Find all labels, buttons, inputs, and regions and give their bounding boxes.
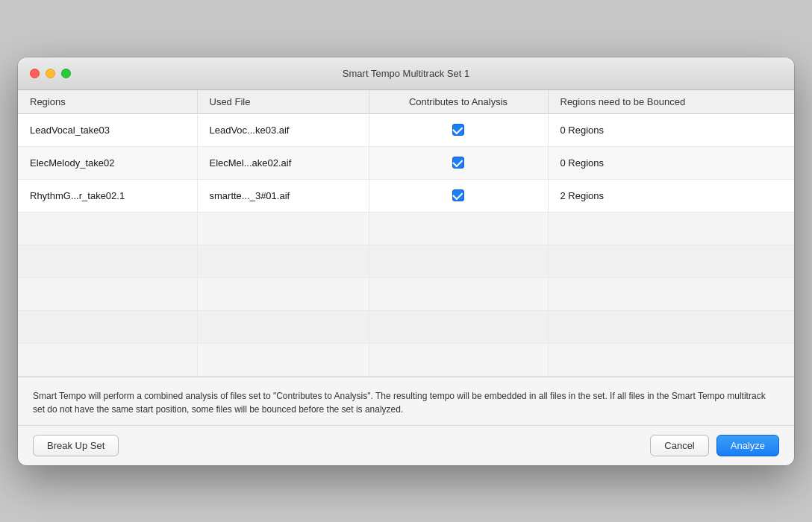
cell-empty (369, 343, 548, 376)
table-row: ElecMelody_take02ElecMel...ake02.aif0 Re… (18, 146, 794, 179)
minimize-button[interactable] (46, 69, 55, 78)
break-up-set-button[interactable]: Break Up Set (33, 435, 119, 456)
right-buttons: Cancel Analyze (650, 435, 779, 456)
cell-empty (548, 212, 794, 245)
footer-info: Smart Tempo will perform a combined anal… (18, 377, 794, 425)
cell-contributes[interactable] (369, 179, 548, 212)
table-header-row: Regions Used File Contributes to Analysi… (18, 90, 794, 114)
checkbox-contributes[interactable] (381, 124, 536, 136)
cell-empty (369, 212, 548, 245)
table-row-empty (18, 212, 794, 245)
cell-empty (18, 277, 197, 310)
checkbox-checked-icon (452, 157, 464, 169)
cell-empty (18, 343, 197, 376)
cell-empty (197, 310, 369, 343)
cell-empty (197, 212, 369, 245)
cell-empty (369, 245, 548, 277)
table-row-empty (18, 245, 794, 277)
cell-empty (548, 245, 794, 277)
col-header-used-file: Used File (197, 90, 369, 114)
table-row-empty (18, 343, 794, 376)
cell-contributes[interactable] (369, 113, 548, 146)
checkbox-contributes[interactable] (381, 189, 536, 201)
close-button[interactable] (30, 69, 40, 78)
table-row-empty (18, 277, 794, 310)
checkbox-checked-icon (452, 189, 464, 201)
traffic-lights (30, 69, 71, 78)
cell-bounce: 0 Regions (548, 113, 794, 146)
cell-region: LeadVocal_take03 (18, 113, 197, 146)
window-title: Smart Tempo Multitrack Set 1 (343, 68, 469, 79)
checkbox-contributes[interactable] (381, 157, 536, 169)
table-row: RhythmG...r_take02.1smartte..._3#01.aif2… (18, 179, 794, 212)
analyze-button[interactable]: Analyze (716, 435, 779, 456)
cell-empty (18, 212, 197, 245)
cell-region: RhythmG...r_take02.1 (18, 179, 197, 212)
checkbox-checked-icon (452, 124, 464, 136)
cell-empty (197, 245, 369, 277)
table-container: Regions Used File Contributes to Analysi… (18, 90, 794, 377)
cancel-button[interactable]: Cancel (650, 435, 708, 456)
footer-text: Smart Tempo will perform a combined anal… (33, 391, 766, 415)
cell-bounce: 2 Regions (548, 179, 794, 212)
button-bar: Break Up Set Cancel Analyze (18, 425, 794, 465)
cell-region: ElecMelody_take02 (18, 146, 197, 179)
cell-empty (18, 245, 197, 277)
cell-empty (369, 277, 548, 310)
cell-empty (197, 277, 369, 310)
multitrack-table: Regions Used File Contributes to Analysi… (18, 90, 794, 377)
titlebar: Smart Tempo Multitrack Set 1 (18, 57, 794, 90)
table-row-empty (18, 310, 794, 343)
cell-empty (18, 310, 197, 343)
cell-empty (197, 343, 369, 376)
cell-empty (548, 310, 794, 343)
col-header-contributes: Contributes to Analysis (369, 90, 548, 114)
cell-empty (548, 277, 794, 310)
cell-empty (548, 343, 794, 376)
maximize-button[interactable] (61, 69, 71, 78)
cell-file: smartte..._3#01.aif (197, 179, 369, 212)
cell-file: ElecMel...ake02.aif (197, 146, 369, 179)
table-row: LeadVocal_take03LeadVoc...ke03.aif0 Regi… (18, 113, 794, 146)
cell-contributes[interactable] (369, 146, 548, 179)
cell-file: LeadVoc...ke03.aif (197, 113, 369, 146)
cell-bounce: 0 Regions (548, 146, 794, 179)
main-window: Smart Tempo Multitrack Set 1 Regions Use… (18, 57, 794, 465)
col-header-regions: Regions (18, 90, 197, 114)
cell-empty (369, 310, 548, 343)
col-header-bounce: Regions need to be Bounced (548, 90, 794, 114)
